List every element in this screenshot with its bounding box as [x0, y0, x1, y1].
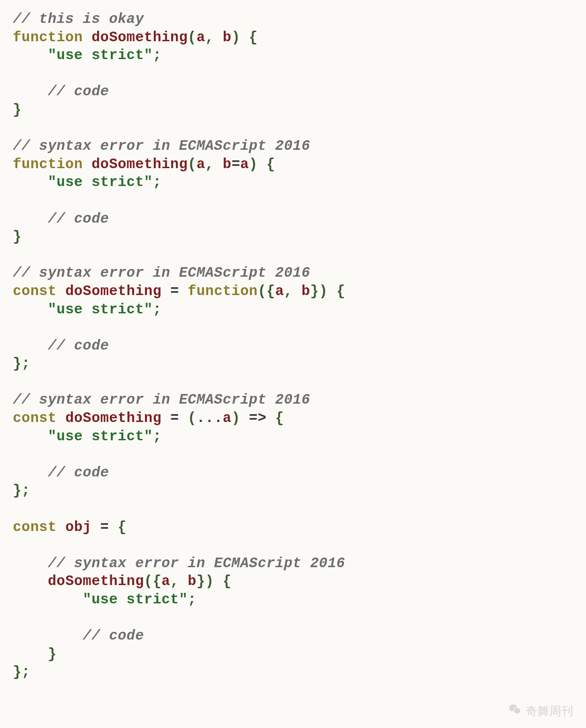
code-token: "use strict" [83, 591, 188, 608]
code-token: // this is okay [13, 11, 144, 27]
wechat-icon [508, 703, 522, 720]
code-token: ) [232, 410, 240, 426]
code-token: ; [22, 482, 30, 498]
code-token: } [310, 283, 319, 299]
code-token: b [223, 156, 232, 172]
code-token: = [100, 519, 109, 535]
code-token: doSomething [48, 573, 144, 589]
code-token: ) [232, 29, 240, 45]
code-token: ; [22, 664, 30, 680]
code-token: ( [188, 156, 196, 172]
code-token: ) [205, 573, 214, 589]
code-token: , [284, 283, 293, 299]
code-token: } [196, 573, 205, 589]
code-token: { [153, 573, 162, 589]
code-token: a [196, 29, 205, 45]
code-token: { [249, 29, 258, 45]
code-token: } [13, 482, 22, 498]
code-token: , [205, 156, 214, 172]
code-block: // this is okay function doSomething(a, … [0, 0, 586, 691]
code-token: function [13, 29, 83, 45]
code-token: // syntax error in ECMAScript 2016 [13, 265, 310, 281]
code-token: { [266, 283, 275, 299]
code-token: , [170, 573, 179, 589]
code-token: ... [196, 410, 222, 426]
watermark-text: 奇舞周刊 [526, 703, 573, 719]
code-token: } [13, 102, 22, 118]
code-token: obj [65, 519, 92, 535]
code-token: = [170, 283, 179, 299]
code-token: const [13, 519, 57, 535]
code-token: { [223, 573, 232, 589]
watermark: 奇舞周刊 [508, 703, 573, 720]
code-token: a [196, 156, 205, 172]
code-token: ; [22, 356, 30, 372]
code-token: ; [153, 47, 162, 63]
code-token: a [162, 573, 170, 589]
code-token: "use strict" [48, 301, 152, 317]
code-token: = [170, 410, 179, 426]
code-token: ) [319, 283, 328, 299]
code-token: { [336, 283, 345, 299]
code-token: const [13, 283, 57, 299]
code-token: const [13, 410, 57, 426]
code-token: doSomething [92, 156, 188, 172]
code-token: { [266, 156, 275, 172]
code-token: { [118, 519, 126, 535]
code-token: ; [188, 591, 196, 608]
code-token: ( [188, 410, 196, 426]
code-token: ( [188, 29, 196, 45]
code-token: b [301, 283, 310, 299]
code-token: function [13, 156, 83, 172]
code-token: b [223, 29, 232, 45]
code-token: doSomething [65, 410, 162, 426]
code-token: ; [153, 174, 162, 190]
code-token: // code [48, 211, 109, 227]
code-token: ) [249, 156, 258, 172]
code-token: b [188, 573, 196, 589]
code-token: doSomething [92, 29, 188, 45]
code-token: // syntax error in ECMAScript 2016 [13, 138, 310, 154]
code-token: } [13, 356, 22, 372]
code-token: a [223, 410, 232, 426]
code-token: } [13, 229, 22, 245]
code-token: a [275, 283, 284, 299]
code-token: ; [153, 428, 162, 444]
code-token: { [275, 410, 284, 426]
code-token: } [13, 664, 22, 680]
code-token: => [249, 410, 266, 426]
code-token: function [188, 283, 258, 299]
code-token: // syntax error in ECMAScript 2016 [48, 555, 345, 571]
code-token: // code [83, 628, 144, 644]
code-token: ( [144, 573, 153, 589]
code-token: // code [48, 83, 109, 99]
code-token: "use strict" [48, 428, 152, 444]
code-token: , [205, 29, 214, 45]
code-token: doSomething [65, 283, 162, 299]
code-token: a [240, 156, 249, 172]
code-token: ; [153, 301, 162, 317]
code-token: ( [258, 283, 266, 299]
code-token: // syntax error in ECMAScript 2016 [13, 392, 310, 408]
code-token: = [232, 156, 240, 172]
code-token: "use strict" [48, 174, 152, 190]
code-token: // code [48, 465, 109, 481]
code-token: // code [48, 338, 109, 354]
code-token: "use strict" [48, 47, 152, 63]
code-token: } [48, 646, 56, 662]
